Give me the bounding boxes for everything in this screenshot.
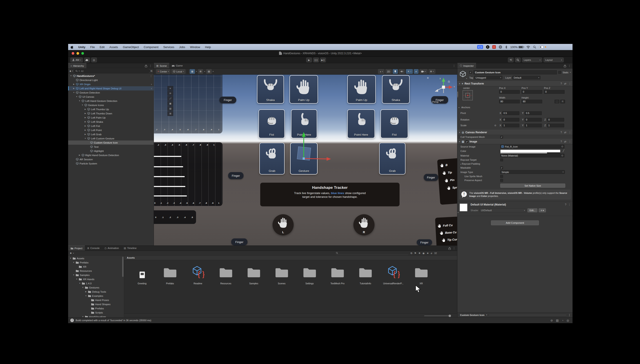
image-enabled-checkbox[interactable] (466, 140, 468, 143)
spotlight-search-icon[interactable] (533, 46, 536, 49)
width-field[interactable]: 80 (499, 100, 520, 104)
wifi-icon[interactable] (526, 46, 530, 48)
scene-picking-icon[interactable]: ⧉ (151, 70, 152, 72)
object-picker-icon[interactable]: ⊙ (561, 154, 563, 157)
gesture-card-fist[interactable]: Fist (258, 109, 285, 138)
menu-window[interactable]: Window (187, 46, 202, 49)
project-tree-row[interactable]: ▼XR Hands (68, 277, 124, 281)
tab-project[interactable]: Project (68, 246, 85, 251)
tab-timeline[interactable]: ▤Timeline (121, 246, 139, 251)
asset-item-greeting[interactable]: Greeting (128, 263, 156, 285)
tool-handle-pivot-dropdown[interactable]: ⌖Center▾ (156, 69, 170, 74)
asset-item-textmesh-pro[interactable]: TextMesh Pro (324, 263, 352, 285)
cull-transparent-mesh-checkbox[interactable] (500, 136, 503, 138)
scene-visibility-toggle[interactable]: ⌀ (414, 69, 419, 74)
screen-sharing-icon[interactable] (477, 45, 483, 49)
asset-item-scenes[interactable]: Scenes (268, 263, 295, 285)
debug-strip-icon[interactable]: ⟳ (167, 91, 173, 96)
component-menu-icon[interactable]: ⋮ (568, 203, 571, 206)
panel-menu-icon[interactable]: ⋮ (149, 64, 152, 68)
menu-edit[interactable]: Edit (97, 46, 107, 49)
project-tree-row[interactable]: Resources (68, 269, 124, 273)
link-scale-icon[interactable]: ⊘ (494, 124, 496, 127)
material-swatch[interactable] (460, 204, 467, 212)
grid-snapping-arrow[interactable]: ▾ (196, 70, 197, 72)
cloud-services-button[interactable] (84, 58, 90, 62)
panel-menu-icon[interactable]: ⋮ (568, 64, 571, 68)
gesture-card-shaka[interactable]: Shaka (382, 75, 410, 104)
rotation-x-field[interactable]: 0 (502, 118, 519, 122)
hierarchy-row[interactable]: AR Session (68, 157, 154, 161)
hierarchy-row[interactable]: Custom Gesture Icon (68, 140, 154, 145)
row-menu-icon[interactable]: ⋮ (150, 74, 153, 78)
help-icon[interactable]: ? (560, 131, 562, 134)
red-app-status-icon[interactable] (492, 45, 496, 49)
camera-status-icon[interactable] (486, 45, 489, 49)
search-by-bundle-icon[interactable]: ❖ (419, 252, 421, 255)
component-gizmos-dropdown[interactable]: ⊕▾ (429, 69, 435, 74)
rect-transform-header[interactable]: ▼⌖Rect Transform ?⇄⋮ (457, 81, 572, 86)
prefab-open-chevron[interactable]: › (151, 87, 152, 90)
hierarchy-row[interactable]: ▼Left Custom Gesture (68, 136, 154, 140)
raycast-padding-foldout[interactable]: ▸ Raycast Padding (460, 162, 500, 165)
search-by-label-icon[interactable]: ⚑ (414, 252, 417, 255)
tree-scrollbar[interactable] (122, 257, 124, 277)
pos-x-field[interactable]: 0 (499, 90, 520, 94)
hierarchy-row[interactable]: ▶Left Fist (68, 124, 154, 128)
project-tree-row[interactable]: ▶Debug Tools (68, 290, 124, 294)
blueprint-mode-button[interactable]: ⬚ (554, 100, 559, 104)
globe-icon[interactable] (499, 45, 502, 49)
hierarchy-row[interactable]: ▶Left Thumbs Up (68, 107, 154, 111)
material-list-button[interactable]: ≡ ▾ (539, 208, 546, 212)
add-component-button[interactable]: Add Component (491, 220, 539, 225)
project-search-input[interactable] (339, 251, 408, 255)
footer-menu-icon[interactable]: ⋮ (568, 314, 571, 316)
menu-file[interactable]: File (88, 46, 97, 49)
gesture-card-grab[interactable]: Grab (379, 143, 406, 174)
asset-item-settings[interactable]: Settings (295, 263, 324, 285)
zoom-window-button[interactable] (81, 52, 84, 55)
menu-help[interactable]: Help (203, 46, 213, 49)
gesture-card-point-here[interactable]: Point Here (347, 109, 375, 138)
snap-increment-arrow[interactable]: ▾ (204, 70, 205, 72)
maskable-checkbox[interactable] (500, 166, 503, 169)
project-tree-row[interactable]: ▼Assets (68, 256, 124, 260)
pivot-x-field[interactable]: 0.5 (502, 111, 519, 115)
hierarchy-row[interactable]: ▶Right Hand Gesture Detection (68, 153, 154, 157)
help-icon[interactable]: ? (560, 140, 562, 143)
image-component-header[interactable]: ▼▨Image ?⇄⋮ (457, 139, 572, 144)
shading-mode-dropdown[interactable]: ◑▾ (378, 69, 384, 74)
hierarchy-row[interactable]: Particle System (68, 161, 154, 166)
lock-icon[interactable] (145, 64, 147, 68)
debug-strip-icon[interactable]: ⊞ (167, 111, 173, 116)
height-field[interactable]: 80 (522, 100, 542, 104)
step-button[interactable]: ▶❙ (320, 58, 326, 62)
thumbnail-zoom-slider[interactable] (424, 316, 451, 316)
snap-increment-button[interactable]: ⊞ (198, 69, 203, 74)
presets-icon[interactable]: ⇄ (564, 140, 566, 143)
anchor-preset-widget[interactable] (463, 90, 473, 100)
asset-item-xr[interactable]: XR (407, 263, 435, 285)
component-menu-icon[interactable]: ⋮ (569, 82, 571, 85)
hierarchy-row[interactable]: ▶Left Shaka (68, 120, 154, 124)
preserve-aspect-checkbox[interactable] (500, 179, 503, 182)
asset-item-samples[interactable]: Samples (240, 263, 268, 285)
tab-console[interactable]: ≣Console (85, 246, 102, 251)
active-checkbox[interactable] (469, 71, 472, 74)
panel-menu-icon[interactable]: ⋮ (453, 64, 455, 68)
canvas-renderer-header[interactable]: ▼◎Canvas Renderer ?⇄⋮ (457, 130, 572, 135)
project-tree-row[interactable]: Prefabs (68, 306, 124, 310)
create-asset-button[interactable]: + (70, 252, 72, 255)
scene-camera-dropdown[interactable]: ▾ (420, 69, 428, 74)
menu-services[interactable]: Services (161, 46, 177, 49)
scene-effects-dropdown[interactable]: ✶▾ (406, 69, 413, 74)
debug-strip-icon[interactable]: ▤ (167, 106, 173, 111)
project-tree-row[interactable]: ▼Examples (68, 294, 124, 298)
play-button[interactable]: ▶ (306, 58, 312, 62)
collab-icon[interactable]: ▤ (556, 319, 559, 322)
tab-inspector[interactable]: ⓘInspector (457, 63, 476, 68)
hierarchy-search-input[interactable] (81, 70, 148, 73)
minimize-window-button[interactable] (77, 52, 79, 55)
scale-x-field[interactable]: 1 (502, 124, 519, 127)
hierarchy-search[interactable]: ▾ (74, 69, 150, 73)
